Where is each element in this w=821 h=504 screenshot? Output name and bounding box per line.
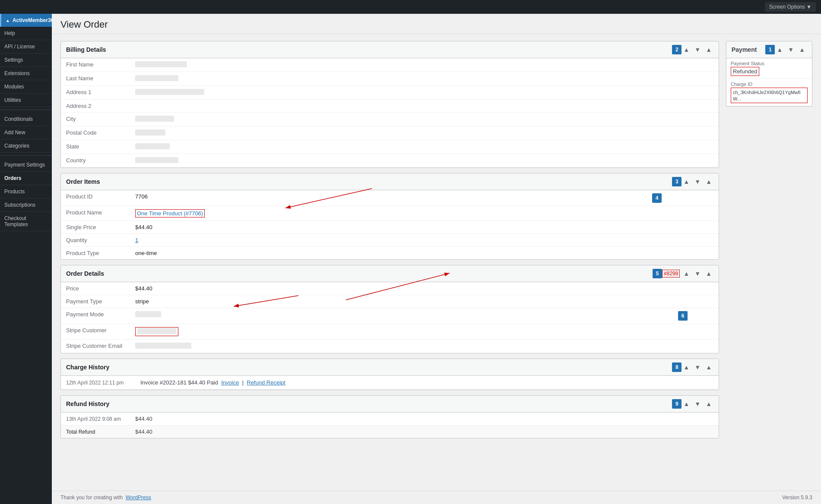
sidebar-item-modules[interactable]: Modules <box>0 80 52 94</box>
payment-panel: Payment 1 ▲ ▼ ▲ Payment Status Refunded <box>726 41 812 107</box>
charge-history-down-button[interactable]: ▼ <box>693 363 702 371</box>
order-details-badge: 5 <box>653 269 662 278</box>
product-name-row: Product Name One Time Product (#7706) <box>61 206 719 221</box>
order-details-panel: Order Details 5 #8298 ▲ ▼ ▲ Price $44.40 <box>60 265 719 353</box>
payment-mode-row: Payment Mode 6 <box>61 308 719 324</box>
sidebar-item-subscriptions[interactable]: Subscriptions <box>0 198 52 212</box>
sidebar-item-add-new[interactable]: Add New <box>0 126 52 139</box>
billing-controls: ▲ ▼ ▲ <box>682 46 713 54</box>
stripe-customer-value <box>135 327 178 336</box>
payment-collapse-button[interactable]: ▲ <box>797 46 807 54</box>
sidebar-item-payment-settings[interactable]: Payment Settings <box>0 158 52 172</box>
sidebar-item-settings[interactable]: Settings <box>0 54 52 67</box>
sidebar-item-conditionals[interactable]: Conditionals <box>0 113 52 126</box>
billing-details-title: Billing Details <box>66 46 669 53</box>
order-items-collapse-button[interactable]: ▲ <box>704 178 713 186</box>
billing-city-value <box>135 116 174 123</box>
refund-history-up-button[interactable]: ▲ <box>682 400 691 408</box>
billing-down-button[interactable]: ▼ <box>693 46 702 54</box>
layout: ▲ ActiveMember360 Help API / License Set… <box>0 14 821 504</box>
payment-up-button[interactable]: ▲ <box>775 46 784 54</box>
billing-badge: 2 <box>672 45 682 54</box>
billing-country-label: Country <box>66 157 135 164</box>
price-value: $44.40 <box>135 285 152 292</box>
sidebar-item-orders[interactable]: Orders <box>0 172 52 185</box>
charge-refund-link[interactable]: Refund Receipt <box>247 379 285 386</box>
wordpress-link[interactable]: WordPress <box>126 495 151 501</box>
page-title: View Order <box>60 19 812 30</box>
sidebar-item-help[interactable]: Help <box>0 27 52 40</box>
sidebar-item-utilities[interactable]: Utilities <box>0 94 52 107</box>
charge-date-1: 12th April 2022 12:11 pm <box>66 380 135 386</box>
order-items-body: Product ID 7706 4 Product Name One Time … <box>61 190 719 259</box>
sidebar-item-categories[interactable]: Categories <box>0 139 52 153</box>
refund-amount-1: $44.40 <box>135 416 152 422</box>
refund-history-down-button[interactable]: ▼ <box>693 400 702 408</box>
charge-info-1: Invoice #2022-181 $44.40 Paid Invoice | … <box>140 379 285 386</box>
billing-country-value <box>135 157 178 164</box>
payment-type-label: Payment Type <box>66 298 135 305</box>
billing-collapse-button[interactable]: ▲ <box>704 46 713 54</box>
refund-history-controls: ▲ ▼ ▲ <box>682 400 713 408</box>
order-details-up-button[interactable]: ▲ <box>682 270 691 277</box>
product-name-label: Product Name <box>66 209 135 216</box>
stripe-customer-email-row: Stripe Customer Email <box>61 340 719 353</box>
product-name-link[interactable]: One Time Product (#7706) <box>135 209 205 217</box>
charge-invoice-text: Invoice #2022-181 $44.40 Paid <box>140 379 218 386</box>
billing-last-name-value <box>135 75 178 82</box>
content-area: Billing Details 2 ▲ ▼ ▲ First Name <box>52 34 821 491</box>
refund-total-label: Total Refund <box>66 429 135 435</box>
content-left: Billing Details 2 ▲ ▼ ▲ First Name <box>60 41 719 484</box>
sidebar-item-products[interactable]: Products <box>0 185 52 198</box>
order-items-up-button[interactable]: ▲ <box>682 178 691 186</box>
billing-first-name-value <box>135 61 187 69</box>
billing-state-row: State <box>61 140 719 154</box>
brand-label: ActiveMember360 <box>13 17 57 23</box>
order-items-title: Order Items <box>66 178 669 185</box>
sidebar-item-api-license[interactable]: API / License <box>0 40 52 54</box>
version-text: Version 5.9.3 <box>782 495 812 501</box>
billing-address1-row: Address 1 <box>61 86 719 100</box>
screen-options-button[interactable]: Screen Options ▼ <box>765 2 816 12</box>
billing-up-button[interactable]: ▲ <box>682 46 691 54</box>
order-items-down-button[interactable]: ▼ <box>693 178 702 186</box>
charge-history-up-button[interactable]: ▲ <box>682 363 691 371</box>
order-details-down-button[interactable]: ▼ <box>693 270 702 277</box>
price-label: Price <box>66 285 135 292</box>
product-type-row: Product Type one-time <box>61 247 719 259</box>
billing-address1-value <box>135 89 204 96</box>
billing-last-name-row: Last Name <box>61 72 719 86</box>
charge-history-header: Charge History 8 ▲ ▼ ▲ <box>61 359 719 376</box>
sidebar-menu-tertiary: Payment Settings Orders Products Subscri… <box>0 158 52 231</box>
quantity-value[interactable]: 1 <box>135 237 138 243</box>
stripe-customer-row: Stripe Customer <box>61 324 719 340</box>
payment-down-button[interactable]: ▼ <box>786 46 796 54</box>
charge-invoice-link[interactable]: Invoice <box>221 379 239 386</box>
product-id-row: Product ID 7706 4 <box>61 190 719 206</box>
charge-history-collapse-button[interactable]: ▲ <box>704 363 713 371</box>
billing-details-header: Billing Details 2 ▲ ▼ ▲ <box>61 41 719 58</box>
billing-postal-value <box>135 129 165 137</box>
charge-history-body: 12th April 2022 12:11 pm Invoice #2022-1… <box>61 376 719 390</box>
charge-history-badge: 8 <box>672 362 682 372</box>
product-id-label: Product ID <box>66 193 135 200</box>
sidebar-item-extensions[interactable]: Extensions <box>0 67 52 80</box>
order-details-link[interactable]: #8298 <box>662 270 680 277</box>
payment-panel-title: Payment <box>732 46 762 53</box>
stripe-customer-email-value <box>135 343 191 350</box>
sidebar-brand[interactable]: ▲ ActiveMember360 <box>0 14 52 27</box>
refund-history-collapse-button[interactable]: ▲ <box>704 400 713 408</box>
refund-history-title: Refund History <box>66 400 669 407</box>
product-type-label: Product Type <box>66 250 135 256</box>
order-details-header: Order Details 5 #8298 ▲ ▼ ▲ <box>61 265 719 282</box>
payment-status-label: Payment Status <box>731 61 808 66</box>
payment-status-field: Payment Status Refunded <box>726 58 812 79</box>
billing-last-name-label: Last Name <box>66 75 135 82</box>
sidebar-item-checkout-templates[interactable]: Checkout Templates <box>0 212 52 231</box>
order-items-badge: 3 <box>672 177 682 186</box>
charge-id-value: ch_3KnhdHiJe2Xl6h6Q1YgMwfiW... <box>731 88 808 103</box>
order-details-collapse-button[interactable]: ▲ <box>704 270 713 277</box>
brand-icon: ▲ <box>6 18 10 23</box>
price-row: Price $44.40 <box>61 282 719 295</box>
payment-mode-label: Payment Mode <box>66 311 135 318</box>
